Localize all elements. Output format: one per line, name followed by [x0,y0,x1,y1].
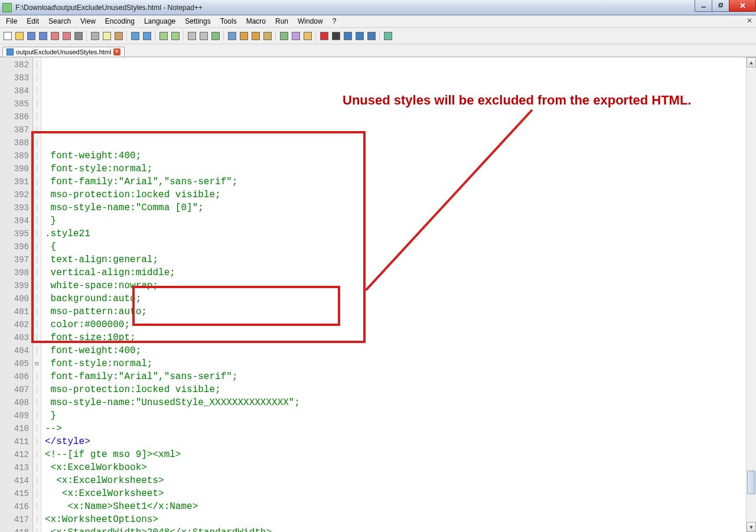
fold-marker[interactable]: │ [33,370,41,383]
tab-close-icon[interactable]: ✕ [113,48,120,56]
toolbar-separator [126,31,128,41]
save-all-button[interactable] [38,30,48,42]
fold-marker[interactable]: │ [33,318,41,331]
fold-marker[interactable]: │ [33,201,41,214]
cut-button[interactable] [90,30,100,42]
scroll-thumb[interactable] [747,471,755,494]
zoom-out-button[interactable] [198,30,209,42]
menu-?[interactable]: ? [328,16,341,27]
copy-button[interactable] [102,30,112,42]
new-button[interactable] [2,30,13,42]
minimize-button[interactable] [695,0,712,12]
menu-window[interactable]: Window [293,16,328,27]
fold-marker[interactable]: │ [33,344,41,357]
fold-marker[interactable]: │ [33,396,41,409]
find-button[interactable] [158,30,169,42]
show-all-button[interactable] [239,30,249,42]
menu-run[interactable]: Run [271,16,293,27]
paste-button[interactable] [113,30,124,42]
menu-encoding[interactable]: Encoding [100,16,139,27]
vertical-scrollbar[interactable]: ▲ ▼ [746,57,756,532]
fold-marker[interactable]: │ [33,474,41,487]
fold-marker[interactable]: │ [33,383,41,396]
fold-marker[interactable]: │ [33,175,41,188]
fold-marker[interactable]: │ [33,110,41,123]
fold-marker[interactable]: │ [33,188,41,201]
fold-marker[interactable]: │ [33,305,41,318]
play-button[interactable] [343,30,353,42]
zoom-in-button[interactable] [187,30,197,42]
menu-settings[interactable]: Settings [180,16,215,27]
fold-marker[interactable]: │ [33,162,41,175]
undo-button[interactable] [130,30,141,42]
save-button[interactable] [26,30,37,42]
scroll-up-button[interactable]: ▲ [747,57,756,67]
fold-marker[interactable]: │ [33,149,41,162]
code-line: <x:ExcelWorksheets> [45,474,756,487]
fold-marker[interactable]: │ [33,448,41,461]
fold-marker[interactable]: │ [33,461,41,474]
fold-button[interactable] [279,30,289,42]
open-button[interactable] [14,30,25,42]
close-all-button[interactable] [61,30,72,42]
fold-marker[interactable]: │ [33,331,41,344]
close-button[interactable]: ✕ [729,0,756,12]
fold-marker[interactable]: │ [33,240,41,253]
lang-button[interactable] [262,30,273,42]
fold-marker[interactable]: │ [33,253,41,266]
replace-button[interactable] [170,30,181,42]
fold-marker[interactable]: │ [33,279,41,292]
fold-marker[interactable]: │ [33,266,41,279]
file-tab[interactable]: outputExcludeUnusedStyles.html ✕ [2,47,125,57]
menu-view[interactable]: View [76,16,100,27]
fold-marker[interactable]: │ [33,500,41,513]
toolbar-separator [315,31,317,41]
fold-marker[interactable]: │ [33,84,41,97]
fold-marker[interactable]: │ [33,435,41,448]
fold-marker[interactable]: │ [33,71,41,84]
code-area[interactable]: Unused styles will be excluded from the … [41,57,756,532]
menu-tools[interactable]: Tools [216,16,242,27]
fold-marker[interactable]: │ [33,136,41,149]
fold-marker[interactable]: ⊟ [33,357,41,370]
mdi-close-icon[interactable]: ✕ [747,17,752,25]
hide-button[interactable] [302,30,313,42]
line-number: 409 [0,409,29,422]
line-number: 393 [0,201,29,214]
fold-marker[interactable]: │ [33,214,41,227]
menu-file[interactable]: File [1,16,22,27]
scroll-down-button[interactable]: ▼ [747,522,756,532]
wrap-button[interactable] [227,30,237,42]
menu-language[interactable]: Language [139,16,180,27]
line-number: 416 [0,500,29,513]
stop-button[interactable] [331,30,341,42]
menu-edit[interactable]: Edit [22,16,44,27]
record-button[interactable] [319,30,330,42]
maximize-button[interactable] [712,0,729,12]
fold-marker[interactable]: │ [33,513,41,526]
list-button[interactable] [383,30,393,42]
close-button[interactable] [50,30,60,42]
unfold-icon [292,32,300,40]
fold-marker[interactable]: │ [33,409,41,422]
play-multi-button[interactable] [354,30,365,42]
code-line: font-family:"Arial","sans-serif"; [45,370,756,383]
fold-marker[interactable]: │ [33,487,41,500]
sync-button[interactable] [210,30,221,42]
fold-marker[interactable]: │ [33,123,41,136]
fold-marker[interactable]: │ [33,227,41,240]
line-number: 403 [0,331,29,344]
code-line: color:#000000; [45,318,756,331]
fold-marker[interactable]: │ [33,422,41,435]
menu-macro[interactable]: Macro [242,16,271,27]
unfold-button[interactable] [291,30,301,42]
redo-button[interactable] [142,30,152,42]
print-button[interactable] [73,30,84,42]
fold-marker[interactable]: │ [33,526,41,532]
menu-search[interactable]: Search [44,16,76,27]
fold-marker[interactable]: │ [33,58,41,71]
fold-marker[interactable]: │ [33,97,41,110]
indent-guide-button[interactable] [250,30,261,42]
ffwd-button[interactable] [366,30,377,42]
fold-marker[interactable]: │ [33,292,41,305]
